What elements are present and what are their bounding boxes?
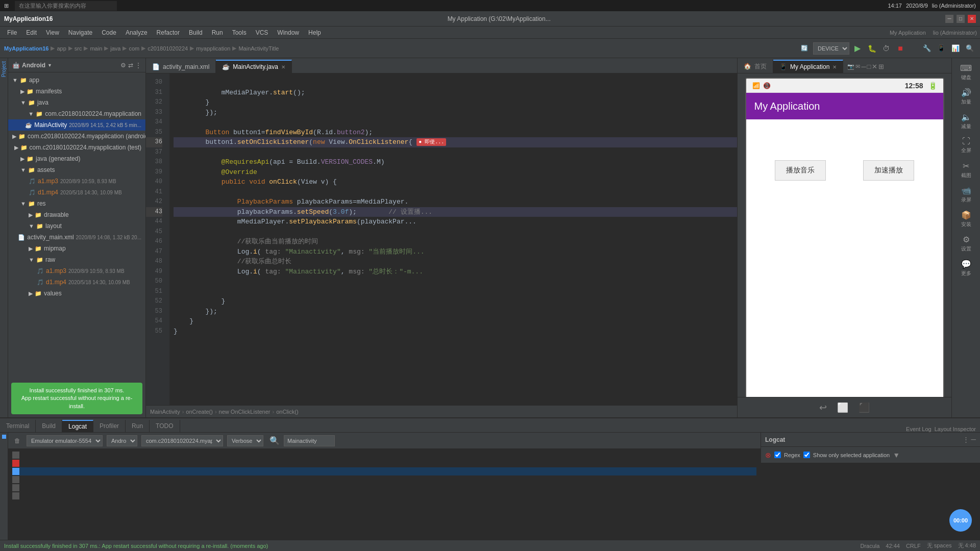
more-button[interactable]: 💬 更多	[953, 256, 979, 280]
fullscreen-button[interactable]: ⛶ 全屏	[953, 134, 979, 157]
device-back-button[interactable]: ↩	[819, 402, 827, 413]
menu-view[interactable]: View	[42, 28, 63, 37]
tree-item-activity-main-xml[interactable]: 📄 activity_main.xml 2020/8/9 14:08, 1.32…	[8, 232, 145, 243]
package-select[interactable]: com.c201801020224.myapplicatio	[141, 435, 223, 446]
logcat-right-content[interactable]: 00:00	[761, 463, 980, 540]
project-view-tab[interactable]: Project	[0, 58, 8, 80]
search-bar[interactable]: 在这里输入你要搜索的内容	[15, 1, 117, 11]
device-tab-btn1[interactable]: 📷	[847, 63, 854, 70]
tab-home[interactable]: 🏠 首页	[738, 60, 773, 73]
show-selected-checkbox[interactable]	[803, 452, 810, 458]
dropdown-icon[interactable]: ▼	[47, 63, 52, 68]
tree-item-java-gen[interactable]: ▶ 📁 java (generated)	[8, 153, 145, 164]
maximize-button[interactable]: □	[957, 15, 965, 23]
device-minimize-btn[interactable]: ─	[861, 63, 866, 70]
device-detach-btn[interactable]: ⊞	[878, 63, 884, 70]
toolbar-icon-1[interactable]: 🔧	[921, 42, 933, 55]
menu-analyze[interactable]: Analyze	[121, 28, 152, 37]
run-button[interactable]: ▶	[851, 42, 864, 55]
gear-icon[interactable]: ⚙	[120, 62, 126, 69]
device-close-btn[interactable]: ✕	[872, 63, 877, 70]
breadcrumb-onclick[interactable]: onClick()	[276, 409, 298, 415]
tree-item-a1mp3-raw[interactable]: 🎵 a1.mp3 2020/8/9 10:59, 8.93 MB	[8, 265, 145, 277]
logcat-settings-icon[interactable]: ⋮	[963, 436, 969, 443]
speed-play-button[interactable]: 加速播放	[863, 160, 914, 181]
tab-close-icon[interactable]: ✕	[281, 64, 285, 70]
breadcrumb-listener[interactable]: new OnClickListener	[219, 409, 271, 415]
toolbar-icon-3[interactable]: 📊	[949, 42, 962, 55]
more-icon[interactable]: ⋮	[135, 62, 141, 69]
tree-item-a1mp3-assets[interactable]: 🎵 a1.mp3 2020/8/9 10:59, 8.93 MB	[8, 176, 145, 187]
android-select[interactable]: Andro	[107, 435, 137, 446]
settings-button[interactable]: ⚙ 设置	[953, 232, 979, 255]
device-recents-button[interactable]: ⬛	[859, 402, 870, 413]
logcat-close-icon[interactable]: ─	[971, 436, 976, 443]
volume-down-button[interactable]: 🔈 减量	[953, 109, 979, 133]
tab-terminal[interactable]: Terminal	[0, 420, 36, 432]
tab-profiler[interactable]: Profiler	[93, 420, 126, 432]
install-button[interactable]: 📦 安装	[953, 207, 979, 231]
tab-todo[interactable]: TODO	[150, 420, 180, 432]
tree-item-mipmap[interactable]: ▶ 📁 mipmap	[8, 243, 145, 254]
tab-activity-main-xml[interactable]: 📄 activity_main.xml	[146, 60, 216, 73]
tab-mainactivity-java[interactable]: ☕ MainActivity.java ✕	[216, 60, 291, 73]
menu-refactor[interactable]: Refactor	[153, 28, 184, 37]
toolbar-icon-2[interactable]: 📱	[935, 42, 947, 55]
tree-item-raw[interactable]: ▼ 📁 raw	[8, 254, 145, 265]
windows-icon[interactable]: ⊞	[4, 3, 9, 9]
minimize-button[interactable]: ─	[945, 15, 953, 23]
expand-down-icon[interactable]: ▼	[893, 451, 900, 459]
menu-file[interactable]: File	[3, 28, 21, 37]
tree-item-mainactivity[interactable]: ☕ MainActivity 2020/8/9 14:15, 2.42 kB 5…	[8, 119, 145, 131]
tree-item-layout[interactable]: ▼ 📁 layout	[8, 220, 145, 232]
volume-up-button[interactable]: 🔊 加量	[953, 85, 979, 108]
tree-item-test[interactable]: ▶ 📁 com.c201801020224.myapplication (tes…	[8, 142, 145, 153]
toolbar-icon-4[interactable]: 🔍	[964, 42, 976, 55]
menu-run[interactable]: Run	[208, 28, 227, 37]
menu-edit[interactable]: Edit	[22, 28, 41, 37]
record-button[interactable]: 📹 录屏	[953, 183, 979, 206]
close-button[interactable]: ✕	[968, 15, 976, 23]
menu-tools[interactable]: Tools	[228, 28, 251, 37]
layout-inspector-link[interactable]: Layout Inspector	[935, 426, 976, 432]
logcat-content[interactable]	[8, 449, 761, 540]
profile-button[interactable]: ⏱	[880, 42, 892, 55]
tree-item-java[interactable]: ▼ 📁 java	[8, 97, 145, 108]
logcat-stop-icon[interactable]: ⊗	[765, 451, 771, 459]
log-icon-info[interactable]	[12, 468, 19, 475]
emulator-select[interactable]: Emulator emulator-5554	[27, 435, 103, 446]
device-tab-btn2[interactable]: ✉	[855, 63, 860, 70]
code-editor[interactable]: 30 31 32 33 34 35 36 37 38 39 40 41 42 4…	[146, 73, 737, 405]
regex-checkbox[interactable]	[774, 452, 781, 458]
tab-logcat[interactable]: Logcat	[62, 420, 93, 432]
menu-vcs[interactable]: VCS	[252, 28, 273, 37]
tree-item-d1mp4-raw[interactable]: 🎵 d1.mp4 2020/5/18 14:30, 10.09 MB	[8, 277, 145, 288]
breadcrumb-mainactivity[interactable]: MainActivity	[150, 409, 180, 415]
sync-button[interactable]: 🔄	[798, 42, 811, 55]
tab-run[interactable]: Run	[126, 420, 150, 432]
menu-code[interactable]: Code	[97, 28, 120, 37]
tree-item-package[interactable]: ▼ 📁 com.c201801020224.myapplication	[8, 108, 145, 119]
menu-help[interactable]: Help	[304, 28, 325, 37]
device-restore-btn[interactable]: □	[867, 63, 871, 70]
keyboard-button[interactable]: ⌨ 键盘	[953, 60, 979, 84]
device-home-button[interactable]: ⬜	[837, 402, 848, 413]
menu-window[interactable]: Window	[273, 28, 303, 37]
menu-navigate[interactable]: Navigate	[64, 28, 96, 37]
debug-button[interactable]: 🐛	[866, 42, 878, 55]
breadcrumb-oncreate[interactable]: onCreate()	[186, 409, 213, 415]
tree-item-res[interactable]: ▼ 📁 res	[8, 198, 145, 209]
tab-close-icon[interactable]: ✕	[832, 64, 837, 70]
ide-window-controls[interactable]: ─ □ ✕	[945, 15, 976, 23]
tree-item-manifests[interactable]: ▶ 📁 manifests	[8, 86, 145, 97]
event-log-link[interactable]: Event Log	[906, 426, 932, 432]
play-music-button[interactable]: 播放音乐	[775, 160, 826, 181]
menu-build[interactable]: Build	[185, 28, 207, 37]
code-content[interactable]: mMediaPlayer.start(); } }); Button butto…	[169, 73, 737, 405]
expand-icon[interactable]: ⇄	[128, 62, 133, 69]
verbose-select[interactable]: Verbose	[227, 435, 263, 446]
screenshot-button[interactable]: ✂ 截图	[953, 158, 979, 182]
logcat-clear-button[interactable]: 🗑	[12, 436, 22, 445]
tab-build[interactable]: Build	[36, 420, 62, 432]
tree-item-assets[interactable]: ▼ 📁 assets	[8, 164, 145, 176]
